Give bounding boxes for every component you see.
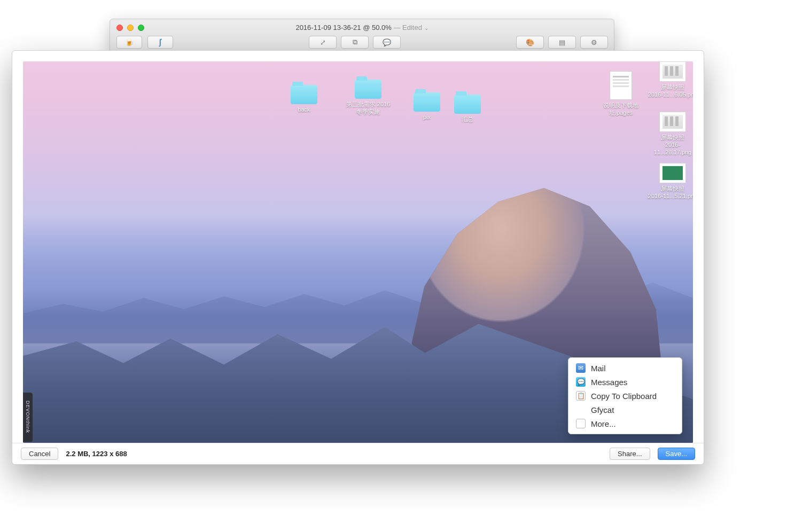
image-info: 2.2 MB, 1223 x 688 (66, 450, 127, 458)
devonthink-tab[interactable]: DEVONthink (23, 393, 33, 442)
toolbar-resize-button[interactable]: ⤢ (309, 36, 337, 49)
folder-label: 汇总 (448, 116, 487, 123)
toolbar-gfycat-button[interactable]: ʃ (147, 36, 173, 49)
share-popover: ✉ Mail 💬 Messages 📋 Copy To Clipboard ʃ … (568, 357, 682, 434)
gear-icon: ⚙ (591, 38, 597, 46)
editor-window: back 第三批需求 2016 冬季实施 pix 汇总 说明及下载地址.page… (12, 50, 704, 465)
share-item-gfycat[interactable]: ʃ Gfycat (568, 403, 682, 417)
parent-toolbar: 🍺 ʃ ⤢ ⧉ 💬 🎨 ▤ ⚙ (110, 36, 614, 51)
canvas-area: back 第三批需求 2016 冬季实施 pix 汇总 说明及下载地址.page… (12, 51, 704, 443)
desktop-folder[interactable]: 第三批需求 2016 冬季实施 (342, 80, 394, 116)
window-title-edited[interactable]: Edited (402, 24, 422, 32)
beer-icon: 🍺 (125, 38, 134, 46)
image-label: 屏幕快照 (647, 134, 693, 142)
folder-label: pix (408, 114, 446, 121)
share-item-messages[interactable]: 💬 Messages (568, 375, 682, 389)
share-item-more[interactable]: ⋯ More... (568, 417, 682, 431)
speech-bubble-icon: 💬 (383, 38, 391, 46)
folder-icon (291, 85, 317, 104)
image-label: 屏幕快照 (647, 84, 693, 91)
share-item-copy[interactable]: 📋 Copy To Clipboard (568, 389, 682, 403)
bottom-bar: Cancel 2.2 MB, 1223 x 688 Share... Save.… (12, 443, 704, 464)
desktop-image[interactable]: 屏幕快照 2016-11...6.05.png (647, 61, 693, 99)
folder-icon (355, 80, 381, 99)
toolbar-crop-button[interactable]: ⧉ (341, 36, 369, 49)
image-thumbnail-icon (659, 112, 686, 132)
image-thumbnail-icon (659, 163, 686, 183)
desktop-document[interactable]: 说明及下载地址.pages (598, 71, 644, 117)
image-thumbnail-icon (659, 61, 686, 82)
window-title-main: 2016-11-09 13-36-21 @ 50.0% (295, 24, 391, 32)
share-button[interactable]: Share... (610, 448, 650, 460)
save-button[interactable]: Save... (658, 448, 695, 460)
desktop-folder[interactable]: 汇总 (448, 95, 487, 123)
image-label: 2016-11...6.05.png (647, 91, 693, 99)
folder-label: back (285, 106, 323, 114)
mail-icon: ✉ (576, 363, 586, 373)
folder-icon (454, 95, 481, 114)
image-label: 屏幕快照 (647, 185, 693, 193)
toolbar-app1-button[interactable]: 🍺 (116, 36, 142, 49)
folder-icon (414, 92, 440, 112)
document-label: 说明及下载地址.pages (598, 102, 644, 117)
toolbar-annotate-button[interactable]: 💬 (373, 36, 401, 49)
cancel-button[interactable]: Cancel (21, 448, 58, 460)
chevron-down-icon[interactable]: ⌄ (424, 25, 428, 31)
toolbar-settings-button[interactable]: ⚙ (580, 36, 608, 49)
resize-icon: ⤢ (320, 38, 326, 46)
share-item-label: More... (591, 419, 616, 428)
image-label: 2016-11...5.21.png (647, 193, 693, 200)
more-icon: ⋯ (576, 419, 586, 428)
crop-icon: ⧉ (353, 38, 357, 46)
screenshot-canvas[interactable]: back 第三批需求 2016 冬季实施 pix 汇总 说明及下载地址.page… (23, 61, 693, 443)
palette-icon: 🎨 (526, 38, 534, 46)
gfycat-icon: ʃ (576, 405, 586, 414)
layers-icon: ▤ (559, 38, 565, 46)
share-item-label: Copy To Clipboard (591, 392, 657, 401)
desktop-folder[interactable]: pix (408, 92, 446, 121)
toolbar-layers-button[interactable]: ▤ (548, 36, 576, 49)
folder-label: 第三批需求 2016 冬季实施 (342, 101, 394, 116)
messages-icon: 💬 (576, 377, 586, 387)
share-item-mail[interactable]: ✉ Mail (568, 361, 682, 375)
image-label: 2016-11...26.17.png (647, 142, 693, 157)
toolbar-color-button[interactable]: 🎨 (516, 36, 544, 49)
share-item-label: Mail (591, 364, 606, 373)
document-icon (610, 71, 632, 100)
parent-window: 2016-11-09 13-36-21 @ 50.0% — Edited ⌄ 🍺… (110, 19, 614, 51)
share-item-label: Gfycat (591, 405, 614, 414)
desktop-image[interactable]: 屏幕快照 2016-11...5.21.png (647, 163, 693, 200)
gfycat-icon: ʃ (159, 38, 161, 46)
window-title: 2016-11-09 13-36-21 @ 50.0% — Edited ⌄ (110, 24, 614, 32)
clipboard-icon: 📋 (576, 391, 586, 401)
desktop-folder[interactable]: back (285, 85, 323, 114)
desktop-image[interactable]: 屏幕快照 2016-11...26.17.png (647, 112, 693, 156)
share-item-label: Messages (591, 378, 627, 387)
